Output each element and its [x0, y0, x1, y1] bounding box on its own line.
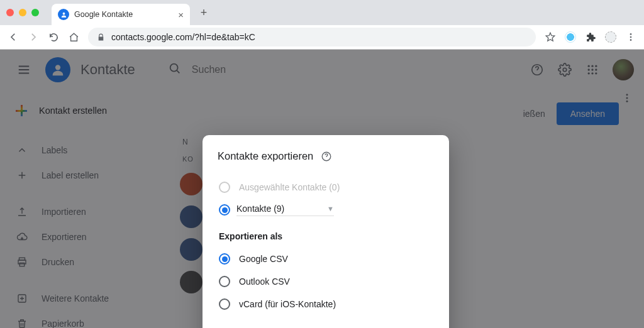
dialog-header: Kontakte exportieren [218, 150, 434, 162]
browser-tab[interactable]: Google Kontakte × [52, 4, 190, 25]
star-icon[interactable] [545, 31, 556, 43]
radio-icon[interactable] [219, 298, 230, 310]
extension-icon-2[interactable] [605, 31, 616, 43]
select-value: Kontakte (9) [236, 204, 284, 214]
radio-label: Google CSV [239, 254, 288, 264]
radio-icon[interactable] [219, 276, 230, 287]
close-tab-icon[interactable]: × [178, 9, 184, 20]
help-icon[interactable] [321, 151, 332, 162]
tab-bar: Google Kontakte × + [0, 0, 644, 25]
radio-option-selected: Ausgewählte Kontakte (0) [218, 176, 434, 199]
new-tab-button[interactable]: + [195, 4, 213, 21]
reload-button[interactable] [48, 32, 59, 43]
chevron-down-icon: ▼ [327, 205, 334, 212]
address-bar: contacts.google.com/?hl=de&tab=kC [0, 25, 644, 49]
back-button[interactable] [8, 31, 19, 43]
tab-title: Google Kontakte [74, 10, 133, 19]
radio-label: Outlook CSV [239, 276, 290, 287]
radio-icon[interactable] [219, 253, 230, 265]
radio-option-all[interactable]: Kontakte (9) ▼ [218, 199, 434, 221]
minimize-window-icon[interactable] [19, 9, 26, 16]
lock-icon [97, 33, 105, 41]
svg-point-3 [630, 39, 632, 41]
radio-icon [219, 182, 230, 193]
browser-menu-icon[interactable] [625, 32, 636, 42]
close-window-icon[interactable] [6, 9, 14, 16]
forward-button [28, 31, 39, 43]
svg-point-1 [630, 33, 632, 35]
app: Kontakte Kontakt erstellen Labels [0, 50, 644, 328]
window-controls [6, 9, 39, 16]
extension-icon-1[interactable] [565, 31, 576, 43]
contacts-select[interactable]: Kontakte (9) ▼ [236, 204, 334, 216]
home-button[interactable] [68, 32, 79, 43]
radio-icon[interactable] [219, 204, 230, 216]
radio-label: vCard (für iOS-Kontakte) [239, 299, 336, 309]
dialog-title: Kontakte exportieren [218, 150, 313, 162]
radio-format-outlook[interactable]: Outlook CSV [218, 270, 434, 293]
url-text: contacts.google.com/?hl=de&tab=kC [111, 32, 255, 42]
radio-format-vcard[interactable]: vCard (für iOS-Kontakte) [218, 293, 434, 315]
svg-point-0 [62, 12, 65, 14]
url-input[interactable]: contacts.google.com/?hl=de&tab=kC [88, 28, 536, 46]
format-heading: Exportieren als [219, 231, 434, 241]
extensions-icon[interactable] [585, 32, 596, 43]
radio-format-google[interactable]: Google CSV [218, 248, 434, 270]
export-dialog: Kontakte exportieren Ausgewählte Kontakt… [203, 135, 449, 328]
svg-point-2 [630, 36, 632, 38]
browser-chrome: Google Kontakte × + contacts.google.com/… [0, 0, 644, 50]
favicon-icon [58, 9, 69, 20]
radio-label: Ausgewählte Kontakte (0) [239, 182, 340, 192]
toolbar-right [545, 31, 636, 43]
maximize-window-icon[interactable] [31, 9, 39, 16]
